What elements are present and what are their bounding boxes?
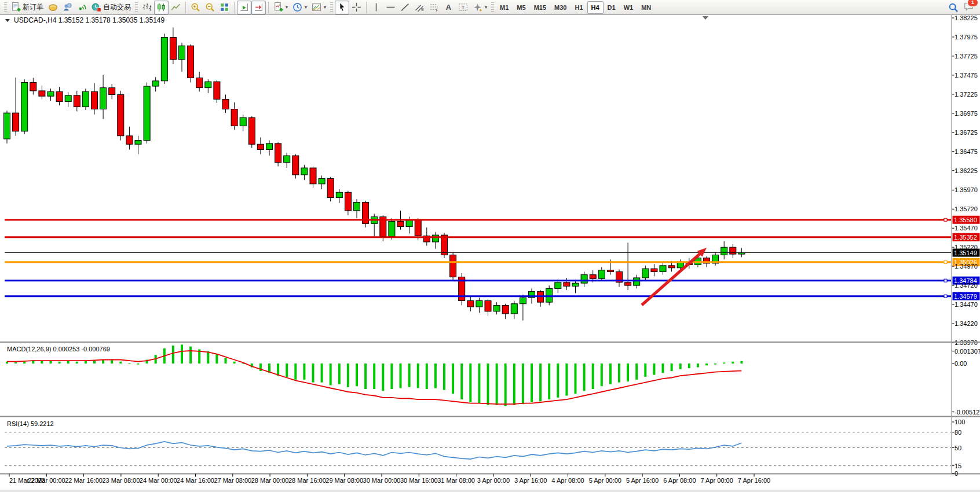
periods-button[interactable]: ▾ (290, 1, 309, 14)
macd-hist-bar (277, 364, 279, 376)
rsi-tick-label: 100 (955, 418, 965, 425)
hline-handle[interactable] (944, 295, 947, 298)
zoom-out-button[interactable] (203, 1, 217, 14)
candle-body (406, 220, 412, 227)
timeframe-w1-button[interactable]: W1 (620, 1, 638, 14)
crosshair-icon (352, 2, 361, 12)
indicators-icon (273, 2, 283, 12)
timeframe-m30-button[interactable]: M30 (550, 1, 571, 14)
macd-hist-bar (137, 364, 140, 365)
candlestick-chart-icon (156, 2, 166, 12)
macd-hist-bar (356, 364, 358, 386)
price-tick-label: 1.34720 (955, 282, 978, 289)
toolbar-gripper[interactable] (491, 2, 494, 13)
candlestick-chart-button[interactable] (154, 1, 169, 14)
line-chart-button[interactable] (169, 1, 183, 14)
zoom-in-button[interactable] (188, 1, 203, 14)
arrows-icon (473, 2, 482, 12)
data-window-button[interactable] (60, 1, 75, 14)
templates-dropdown-caret[interactable]: ▾ (324, 5, 326, 10)
auto-trading-button[interactable]: 自动交易 (89, 1, 133, 14)
macd-hist-bar (565, 364, 568, 396)
macd-hist-bar (513, 364, 515, 405)
macd-hist-bar (233, 362, 236, 364)
candle-body (21, 82, 28, 131)
line-chart-icon (171, 2, 181, 12)
chart-shift-button[interactable] (251, 1, 266, 14)
toolbar-gripper[interactable] (135, 2, 138, 13)
tile-windows-button[interactable] (217, 1, 232, 14)
crosshair-tool-button[interactable] (349, 1, 364, 14)
hline-handle[interactable] (944, 260, 947, 263)
macd-hist-bar (697, 364, 699, 368)
text-label-tool-button[interactable]: T (456, 1, 470, 14)
candle-body (126, 136, 133, 145)
periods-dropdown-caret[interactable]: ▾ (305, 5, 307, 10)
channel-tool-button[interactable]: E (412, 1, 427, 14)
price-tick-label: 1.36475 (955, 148, 978, 155)
fibonacci-tool-button[interactable]: F (427, 1, 441, 14)
macd-header: MACD(12,26,9) 0.000253 -0.000769 (7, 346, 110, 353)
chart-canvas[interactable]: 1.355801.353521.351491.350261.347841.345… (0, 15, 980, 490)
timeframe-d1-button[interactable]: D1 (604, 1, 620, 14)
indicators-dropdown-caret[interactable]: ▾ (286, 5, 288, 10)
timeframe-m1-button[interactable]: M1 (496, 1, 513, 14)
candle-body (721, 247, 727, 255)
macd-hist-bar (723, 362, 725, 364)
macd-tick-label: 0.001307 (955, 348, 980, 355)
bar-chart-button[interactable] (140, 1, 154, 14)
macd-hist-bar (688, 364, 690, 368)
signals-button[interactable] (75, 1, 89, 14)
indicators-button[interactable]: ▾ (271, 1, 290, 14)
trendline-tool-button[interactable] (398, 1, 412, 14)
timeframe-h4-button[interactable]: H4 (587, 1, 604, 14)
text-tool-button[interactable]: A (441, 1, 456, 14)
hline-handle[interactable] (944, 218, 947, 221)
price-tick-label: 1.34970 (955, 263, 978, 270)
toolbar-gripper[interactable] (330, 2, 333, 13)
time-tick-label: 6 Apr 08:00 (663, 477, 696, 484)
timeframe-h1-button[interactable]: H1 (571, 1, 587, 14)
rsi-tick-label: 0 (955, 470, 958, 477)
time-tick-label: 31 Mar 08:00 (437, 477, 475, 484)
timeframe-m15-button[interactable]: M15 (530, 1, 550, 14)
search-icon[interactable] (948, 2, 959, 13)
hline-handle[interactable] (944, 279, 947, 282)
vertical-line-tool-button[interactable] (369, 1, 383, 14)
market-watch-icon (48, 2, 58, 12)
arrows-tool-button[interactable]: ▾ (470, 1, 489, 14)
zoom-in-icon (191, 2, 200, 12)
candle-body (231, 109, 237, 126)
candle-body (161, 38, 167, 81)
horizontal-line-tool-button[interactable] (383, 1, 398, 14)
candle-body (520, 298, 526, 304)
macd-hist-bar (627, 364, 629, 381)
timeframe-m5-button[interactable]: M5 (513, 1, 529, 14)
time-tick-label: 27 Mar 08:00 (214, 477, 251, 484)
templates-button[interactable]: ▾ (309, 1, 328, 14)
macd-hist-bar (609, 364, 612, 384)
notification-badge: 1 (967, 0, 978, 7)
text-icon: A (444, 2, 454, 12)
notifications-button[interactable]: 1 (963, 1, 974, 14)
macd-hist-bar (575, 364, 577, 394)
toolbar-separator (268, 2, 269, 13)
macd-hist-bar (58, 362, 61, 364)
templates-icon (312, 2, 321, 12)
market-watch-button[interactable] (46, 1, 60, 14)
macd-hist-bar (189, 347, 192, 364)
rsi-tick-label: 80 (955, 429, 961, 436)
new-order-button[interactable]: 新订单 (9, 1, 46, 14)
candle-body (170, 38, 176, 60)
macd-hist-bar (531, 364, 533, 402)
cursor-tool-button[interactable] (335, 1, 349, 14)
trendline-icon (400, 2, 410, 12)
candle-body (92, 91, 98, 109)
arrows-dropdown-caret[interactable]: ▾ (485, 5, 487, 10)
macd-hist-bar (662, 364, 664, 373)
macd-hist-bar (76, 362, 78, 364)
toolbar-gripper[interactable] (4, 2, 7, 13)
candle-body (493, 305, 500, 311)
timeframe-mn-button[interactable]: MN (637, 1, 655, 14)
auto-scroll-button[interactable] (237, 1, 251, 14)
